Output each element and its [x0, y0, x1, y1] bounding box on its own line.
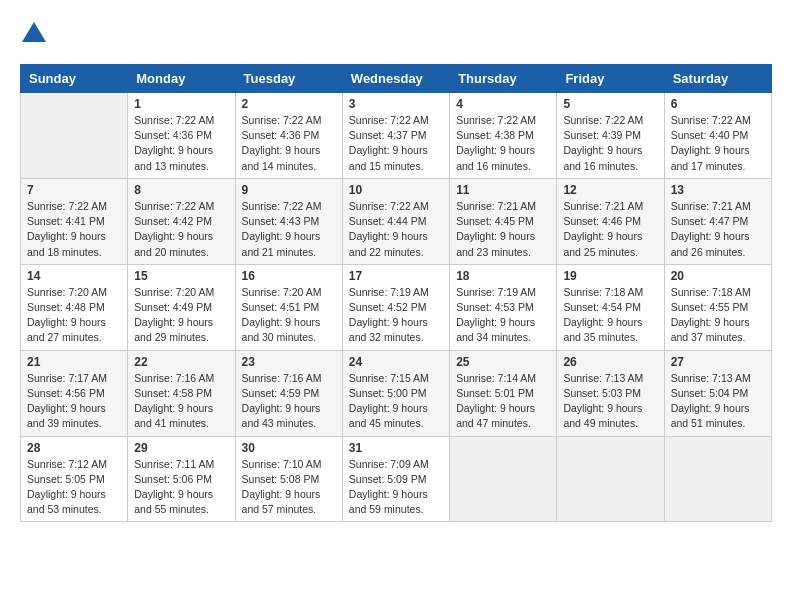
day-number: 8 — [134, 183, 228, 197]
week-row-4: 21Sunrise: 7:17 AMSunset: 4:56 PMDayligh… — [21, 350, 772, 436]
calendar-header-wednesday: Wednesday — [342, 65, 449, 93]
calendar-header-thursday: Thursday — [450, 65, 557, 93]
day-info: Sunrise: 7:22 AMSunset: 4:37 PMDaylight:… — [349, 113, 443, 174]
calendar-cell: 22Sunrise: 7:16 AMSunset: 4:58 PMDayligh… — [128, 350, 235, 436]
day-info: Sunrise: 7:18 AMSunset: 4:54 PMDaylight:… — [563, 285, 657, 346]
day-info: Sunrise: 7:10 AMSunset: 5:08 PMDaylight:… — [242, 457, 336, 518]
day-info: Sunrise: 7:17 AMSunset: 4:56 PMDaylight:… — [27, 371, 121, 432]
day-number: 22 — [134, 355, 228, 369]
day-number: 18 — [456, 269, 550, 283]
logo — [20, 20, 52, 48]
calendar-cell: 15Sunrise: 7:20 AMSunset: 4:49 PMDayligh… — [128, 264, 235, 350]
day-info: Sunrise: 7:14 AMSunset: 5:01 PMDaylight:… — [456, 371, 550, 432]
svg-marker-0 — [22, 22, 46, 42]
calendar-cell — [21, 93, 128, 179]
day-info: Sunrise: 7:20 AMSunset: 4:49 PMDaylight:… — [134, 285, 228, 346]
day-info: Sunrise: 7:21 AMSunset: 4:46 PMDaylight:… — [563, 199, 657, 260]
day-number: 1 — [134, 97, 228, 111]
day-number: 23 — [242, 355, 336, 369]
calendar-cell: 13Sunrise: 7:21 AMSunset: 4:47 PMDayligh… — [664, 178, 771, 264]
week-row-1: 1Sunrise: 7:22 AMSunset: 4:36 PMDaylight… — [21, 93, 772, 179]
day-info: Sunrise: 7:20 AMSunset: 4:51 PMDaylight:… — [242, 285, 336, 346]
calendar-cell: 17Sunrise: 7:19 AMSunset: 4:52 PMDayligh… — [342, 264, 449, 350]
calendar-cell: 18Sunrise: 7:19 AMSunset: 4:53 PMDayligh… — [450, 264, 557, 350]
day-info: Sunrise: 7:13 AMSunset: 5:03 PMDaylight:… — [563, 371, 657, 432]
day-info: Sunrise: 7:16 AMSunset: 4:58 PMDaylight:… — [134, 371, 228, 432]
day-number: 25 — [456, 355, 550, 369]
calendar-cell: 29Sunrise: 7:11 AMSunset: 5:06 PMDayligh… — [128, 436, 235, 522]
calendar-cell: 8Sunrise: 7:22 AMSunset: 4:42 PMDaylight… — [128, 178, 235, 264]
day-info: Sunrise: 7:12 AMSunset: 5:05 PMDaylight:… — [27, 457, 121, 518]
day-number: 29 — [134, 441, 228, 455]
day-number: 30 — [242, 441, 336, 455]
calendar-cell — [664, 436, 771, 522]
logo-icon — [20, 20, 48, 48]
day-info: Sunrise: 7:22 AMSunset: 4:40 PMDaylight:… — [671, 113, 765, 174]
calendar-cell: 21Sunrise: 7:17 AMSunset: 4:56 PMDayligh… — [21, 350, 128, 436]
calendar-header-sunday: Sunday — [21, 65, 128, 93]
day-number: 13 — [671, 183, 765, 197]
calendar-cell: 5Sunrise: 7:22 AMSunset: 4:39 PMDaylight… — [557, 93, 664, 179]
day-number: 6 — [671, 97, 765, 111]
calendar-header-friday: Friday — [557, 65, 664, 93]
calendar-cell: 10Sunrise: 7:22 AMSunset: 4:44 PMDayligh… — [342, 178, 449, 264]
calendar-cell: 23Sunrise: 7:16 AMSunset: 4:59 PMDayligh… — [235, 350, 342, 436]
calendar-table: SundayMondayTuesdayWednesdayThursdayFrid… — [20, 64, 772, 522]
calendar-header-monday: Monday — [128, 65, 235, 93]
day-info: Sunrise: 7:21 AMSunset: 4:45 PMDaylight:… — [456, 199, 550, 260]
day-info: Sunrise: 7:19 AMSunset: 4:52 PMDaylight:… — [349, 285, 443, 346]
week-row-3: 14Sunrise: 7:20 AMSunset: 4:48 PMDayligh… — [21, 264, 772, 350]
week-row-5: 28Sunrise: 7:12 AMSunset: 5:05 PMDayligh… — [21, 436, 772, 522]
day-info: Sunrise: 7:21 AMSunset: 4:47 PMDaylight:… — [671, 199, 765, 260]
week-row-2: 7Sunrise: 7:22 AMSunset: 4:41 PMDaylight… — [21, 178, 772, 264]
day-number: 3 — [349, 97, 443, 111]
calendar-cell: 20Sunrise: 7:18 AMSunset: 4:55 PMDayligh… — [664, 264, 771, 350]
day-info: Sunrise: 7:22 AMSunset: 4:43 PMDaylight:… — [242, 199, 336, 260]
calendar-cell: 1Sunrise: 7:22 AMSunset: 4:36 PMDaylight… — [128, 93, 235, 179]
day-number: 17 — [349, 269, 443, 283]
calendar-cell: 27Sunrise: 7:13 AMSunset: 5:04 PMDayligh… — [664, 350, 771, 436]
calendar-cell — [557, 436, 664, 522]
day-number: 9 — [242, 183, 336, 197]
calendar-cell: 24Sunrise: 7:15 AMSunset: 5:00 PMDayligh… — [342, 350, 449, 436]
day-number: 12 — [563, 183, 657, 197]
day-number: 2 — [242, 97, 336, 111]
day-info: Sunrise: 7:16 AMSunset: 4:59 PMDaylight:… — [242, 371, 336, 432]
calendar-header-row: SundayMondayTuesdayWednesdayThursdayFrid… — [21, 65, 772, 93]
day-number: 11 — [456, 183, 550, 197]
calendar-cell: 25Sunrise: 7:14 AMSunset: 5:01 PMDayligh… — [450, 350, 557, 436]
day-info: Sunrise: 7:22 AMSunset: 4:36 PMDaylight:… — [242, 113, 336, 174]
calendar-cell: 26Sunrise: 7:13 AMSunset: 5:03 PMDayligh… — [557, 350, 664, 436]
calendar-cell: 3Sunrise: 7:22 AMSunset: 4:37 PMDaylight… — [342, 93, 449, 179]
day-number: 14 — [27, 269, 121, 283]
day-info: Sunrise: 7:22 AMSunset: 4:42 PMDaylight:… — [134, 199, 228, 260]
day-number: 7 — [27, 183, 121, 197]
day-number: 28 — [27, 441, 121, 455]
day-number: 20 — [671, 269, 765, 283]
day-number: 4 — [456, 97, 550, 111]
day-info: Sunrise: 7:22 AMSunset: 4:41 PMDaylight:… — [27, 199, 121, 260]
day-info: Sunrise: 7:18 AMSunset: 4:55 PMDaylight:… — [671, 285, 765, 346]
day-number: 15 — [134, 269, 228, 283]
day-info: Sunrise: 7:20 AMSunset: 4:48 PMDaylight:… — [27, 285, 121, 346]
calendar-cell: 11Sunrise: 7:21 AMSunset: 4:45 PMDayligh… — [450, 178, 557, 264]
day-number: 24 — [349, 355, 443, 369]
calendar-cell: 16Sunrise: 7:20 AMSunset: 4:51 PMDayligh… — [235, 264, 342, 350]
calendar-cell: 12Sunrise: 7:21 AMSunset: 4:46 PMDayligh… — [557, 178, 664, 264]
day-number: 31 — [349, 441, 443, 455]
header — [20, 20, 772, 48]
day-number: 10 — [349, 183, 443, 197]
day-number: 21 — [27, 355, 121, 369]
calendar-cell: 14Sunrise: 7:20 AMSunset: 4:48 PMDayligh… — [21, 264, 128, 350]
day-info: Sunrise: 7:22 AMSunset: 4:36 PMDaylight:… — [134, 113, 228, 174]
calendar-cell — [450, 436, 557, 522]
day-info: Sunrise: 7:22 AMSunset: 4:39 PMDaylight:… — [563, 113, 657, 174]
calendar-header-saturday: Saturday — [664, 65, 771, 93]
calendar-cell: 28Sunrise: 7:12 AMSunset: 5:05 PMDayligh… — [21, 436, 128, 522]
calendar-cell: 2Sunrise: 7:22 AMSunset: 4:36 PMDaylight… — [235, 93, 342, 179]
day-info: Sunrise: 7:22 AMSunset: 4:38 PMDaylight:… — [456, 113, 550, 174]
page: SundayMondayTuesdayWednesdayThursdayFrid… — [0, 0, 792, 542]
day-number: 19 — [563, 269, 657, 283]
calendar-cell: 30Sunrise: 7:10 AMSunset: 5:08 PMDayligh… — [235, 436, 342, 522]
day-info: Sunrise: 7:19 AMSunset: 4:53 PMDaylight:… — [456, 285, 550, 346]
